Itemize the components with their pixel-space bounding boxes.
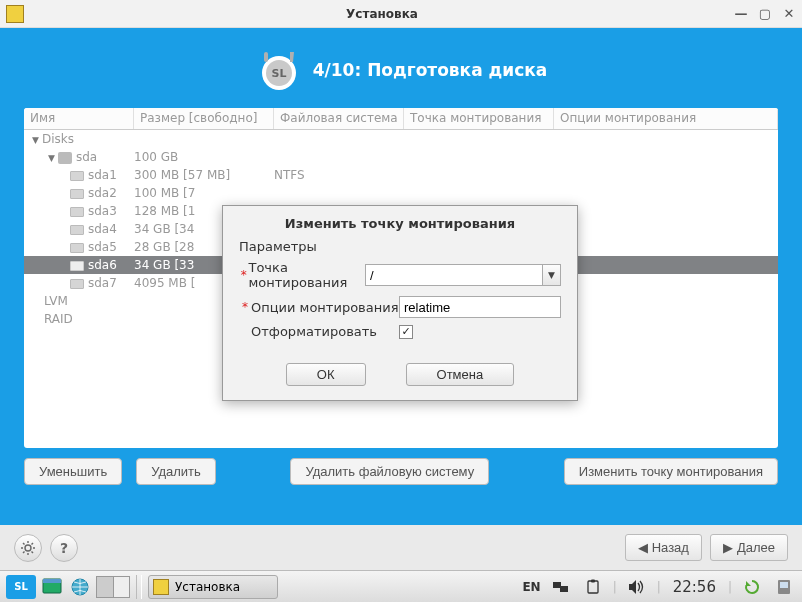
disk-table-header: Имя Размер [свободно] Файловая система Т… — [24, 108, 778, 130]
svg-line-11 — [23, 551, 25, 553]
partition-icon — [70, 189, 84, 199]
tree-disk-sda[interactable]: ▼sda 100 GB — [24, 148, 778, 166]
col-mount[interactable]: Точка монтирования — [404, 108, 554, 129]
dialog-title: Изменить точку монтирования — [223, 206, 577, 239]
dialog-params-label: Параметры — [239, 239, 561, 260]
volume-icon[interactable] — [625, 575, 649, 599]
brightness-button[interactable] — [14, 534, 42, 562]
dialog-cancel-button[interactable]: Отмена — [406, 363, 515, 386]
app-icon — [6, 5, 24, 23]
taskbar: SL Установка EN | | 22:56 | — [0, 570, 802, 602]
chevron-down-icon[interactable]: ▼ — [543, 264, 561, 286]
change-mount-button[interactable]: Изменить точку монтирования — [564, 458, 778, 485]
delete-fs-button[interactable]: Удалить файловую систему — [290, 458, 489, 485]
format-label: Отформатировать — [251, 324, 399, 339]
partition-icon — [70, 243, 84, 253]
bottom-bar: ? ◀Назад ▶Далее — [0, 525, 802, 570]
task-app-icon — [153, 579, 169, 595]
clipboard-icon[interactable] — [581, 575, 605, 599]
svg-line-12 — [32, 543, 34, 545]
col-opts[interactable]: Опции монтирования — [554, 108, 778, 129]
format-checkbox[interactable]: ✓ — [399, 325, 413, 339]
start-menu-button[interactable]: SL — [6, 575, 36, 599]
task-title: Установка — [175, 580, 240, 594]
tree-part-sda2[interactable]: sda2 100 MB [7 — [24, 184, 778, 202]
window-title: Установка — [30, 7, 734, 21]
mount-point-label: Точка монтирования — [248, 260, 365, 290]
chevron-right-icon: ▶ — [723, 540, 733, 555]
installer-window: Установка — ▢ ✕ SL 4/10: Подготовка диск… — [0, 0, 802, 570]
svg-line-10 — [32, 551, 34, 553]
next-button[interactable]: ▶Далее — [710, 534, 788, 561]
mount-opts-row: * Опции монтирования — [239, 296, 561, 318]
chevron-left-icon: ◀ — [638, 540, 648, 555]
tree-part-sda1[interactable]: sda1 300 MB [57 MB] NTFS — [24, 166, 778, 184]
step-title: 4/10: Подготовка диска — [313, 60, 548, 80]
mount-point-input[interactable] — [365, 264, 543, 286]
minimize-button[interactable]: — — [734, 7, 748, 21]
svg-rect-19 — [591, 579, 595, 582]
partition-icon — [70, 207, 84, 217]
svg-rect-18 — [588, 581, 598, 593]
maximize-button[interactable]: ▢ — [758, 7, 772, 21]
disk-icon — [58, 152, 72, 164]
titlebar: Установка — ▢ ✕ — [0, 0, 802, 28]
mount-point-row: * Точка монтирования ▼ — [239, 260, 561, 290]
mount-opts-input[interactable] — [399, 296, 561, 318]
svg-rect-14 — [43, 579, 61, 583]
partition-icon — [70, 279, 84, 289]
format-row: Отформатировать ✓ — [239, 324, 561, 339]
col-name[interactable]: Имя — [24, 108, 134, 129]
svg-rect-3 — [264, 52, 268, 62]
shrink-button[interactable]: Уменьшить — [24, 458, 122, 485]
delete-button[interactable]: Удалить — [136, 458, 216, 485]
close-button[interactable]: ✕ — [782, 7, 796, 21]
tree-root-disks[interactable]: ▼Disks — [24, 130, 778, 148]
session-icon[interactable] — [772, 575, 796, 599]
keyboard-layout-indicator[interactable]: EN — [522, 580, 540, 594]
col-fs[interactable]: Файловая система — [274, 108, 404, 129]
svg-rect-21 — [780, 582, 788, 588]
partition-icon — [70, 225, 84, 235]
mount-point-dialog: Изменить точку монтирования Параметры * … — [222, 205, 578, 401]
back-button[interactable]: ◀Назад — [625, 534, 702, 561]
step-badge-icon: SL — [255, 46, 303, 94]
svg-text:SL: SL — [271, 67, 286, 80]
svg-point-4 — [25, 545, 31, 551]
network-icon[interactable] — [549, 575, 573, 599]
system-tray: EN | | 22:56 | — [522, 575, 796, 599]
taskbar-task-installer[interactable]: Установка — [148, 575, 278, 599]
mount-opts-label: Опции монтирования — [251, 300, 399, 315]
dialog-ok-button[interactable]: ОК — [286, 363, 366, 386]
help-button[interactable]: ? — [50, 534, 78, 562]
clock[interactable]: 22:56 — [669, 578, 720, 596]
col-size[interactable]: Размер [свободно] — [134, 108, 274, 129]
required-marker: * — [239, 300, 251, 314]
partition-icon — [70, 171, 84, 181]
partition-icon — [70, 261, 84, 271]
svg-line-9 — [23, 543, 25, 545]
step-header: SL 4/10: Подготовка диска — [24, 38, 778, 108]
workspace-pager[interactable] — [96, 576, 130, 598]
mount-point-combo[interactable]: ▼ — [365, 264, 561, 286]
svg-rect-16 — [553, 582, 561, 588]
refresh-icon[interactable] — [740, 575, 764, 599]
show-desktop-icon[interactable] — [40, 575, 64, 599]
action-buttons: Уменьшить Удалить Удалить файловую систе… — [24, 458, 778, 485]
browser-icon[interactable] — [68, 575, 92, 599]
svg-rect-17 — [560, 586, 568, 592]
taskbar-separator — [136, 575, 142, 599]
